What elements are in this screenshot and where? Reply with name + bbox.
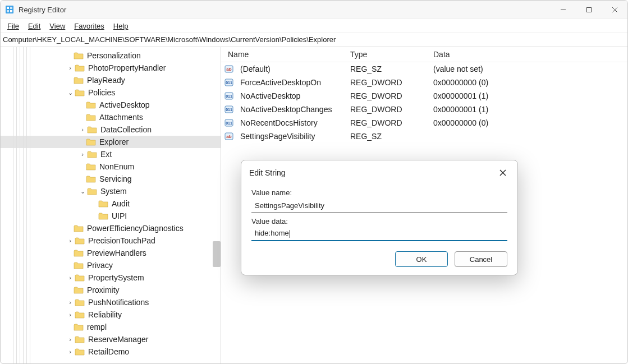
- tree-item[interactable]: Explorer: [1, 136, 221, 148]
- chevron-right-icon[interactable]: ›: [66, 298, 75, 307]
- value-row[interactable]: ab(Default)REG_SZ(value not set): [221, 62, 627, 76]
- tree-item[interactable]: Proximity: [1, 284, 221, 296]
- value-row[interactable]: 011NoActiveDesktopChangesREG_DWORD0x0000…: [221, 103, 627, 116]
- tree-item-label: PowerEfficiencyDiagnostics: [87, 224, 184, 233]
- string-value-icon: ab: [224, 132, 233, 141]
- menu-edit[interactable]: Edit: [24, 21, 45, 31]
- chevron-down-icon[interactable]: ⌄: [66, 88, 75, 97]
- folder-icon: [74, 323, 84, 331]
- folder-icon: [86, 163, 96, 171]
- tree-item-label: Ext: [100, 150, 112, 159]
- svg-text:011: 011: [226, 81, 232, 85]
- tree-item[interactable]: UIPI: [1, 210, 221, 222]
- values-list: ab(Default)REG_SZ(value not set)011Force…: [221, 62, 627, 143]
- tree-item-label: RetailDemo: [88, 347, 129, 356]
- folder-icon: [87, 150, 97, 158]
- chevron-right-icon[interactable]: ›: [78, 150, 87, 159]
- menu-favorites[interactable]: Favorites: [70, 21, 108, 31]
- value-name-label: Value name:: [251, 188, 507, 197]
- folder-icon: [75, 274, 85, 282]
- tree-item[interactable]: Privacy: [1, 259, 221, 271]
- menu-file-label: File: [7, 22, 19, 30]
- binary-value-icon: 011: [224, 91, 233, 100]
- folder-icon: [86, 175, 96, 183]
- tree-item[interactable]: ›ReserveManager: [1, 333, 221, 345]
- menu-favorites-label: Favorites: [74, 22, 104, 30]
- menu-view[interactable]: View: [45, 21, 70, 31]
- tree-item[interactable]: ›PushNotifications: [1, 296, 221, 308]
- chevron-right-icon[interactable]: ›: [66, 236, 75, 245]
- value-data: 0x00000001 (1): [430, 91, 627, 100]
- tree-item-label: Proximity: [87, 285, 120, 294]
- menubar: File Edit View Favorites Help: [1, 19, 627, 33]
- chevron-right-icon[interactable]: ›: [66, 335, 75, 344]
- minimize-button[interactable]: [550, 1, 576, 19]
- tree-item-label: Personalization: [87, 51, 141, 60]
- value-name: SettingsPageVisibility: [237, 132, 347, 141]
- tree-item[interactable]: NonEnum: [1, 160, 221, 173]
- value-type: REG_DWORD: [347, 118, 430, 127]
- tree-item-label: ReserveManager: [88, 335, 148, 344]
- tree-item[interactable]: Audit: [1, 197, 221, 210]
- tree-item[interactable]: Personalization: [1, 49, 221, 62]
- titlebar: Registry Editor: [1, 1, 627, 19]
- tree-item-label: Policies: [88, 88, 115, 97]
- cancel-button[interactable]: Cancel: [455, 251, 507, 267]
- tree-pane[interactable]: Personalization›PhotoPropertyHandlerPlay…: [1, 47, 221, 363]
- value-data: 0x00000000 (0): [430, 118, 627, 127]
- tree-item[interactable]: ›DataCollection: [1, 123, 221, 136]
- tree-item-label: Reliability: [88, 310, 122, 319]
- chevron-down-icon[interactable]: ⌄: [78, 187, 87, 196]
- tree-item[interactable]: ActiveDesktop: [1, 99, 221, 111]
- address-bar[interactable]: Computer\HKEY_LOCAL_MACHINE\SOFTWARE\Mic…: [1, 33, 627, 47]
- tree-item[interactable]: ⌄System: [1, 185, 221, 197]
- value-type: REG_DWORD: [347, 91, 430, 100]
- maximize-button[interactable]: [576, 1, 602, 19]
- tree-item-label: PreviewHandlers: [87, 248, 146, 257]
- ok-button[interactable]: OK: [395, 251, 448, 267]
- folder-icon: [74, 261, 84, 269]
- svg-rect-6: [586, 7, 591, 12]
- tree-item[interactable]: PreviewHandlers: [1, 247, 221, 259]
- value-name-field[interactable]: [251, 199, 507, 213]
- value-row[interactable]: 011NoRecentDocsHistoryREG_DWORD0x0000000…: [221, 116, 627, 130]
- tree-indent-line: [30, 47, 30, 363]
- column-header-name[interactable]: Name: [224, 50, 347, 59]
- chevron-right-icon[interactable]: ›: [66, 347, 75, 356]
- tree-item[interactable]: PowerEfficiencyDiagnostics: [1, 222, 221, 234]
- value-name: NoActiveDesktop: [237, 91, 347, 100]
- tree-item[interactable]: ›Reliability: [1, 308, 221, 321]
- binary-value-icon: 011: [224, 105, 233, 114]
- value-row[interactable]: 011NoActiveDesktopREG_DWORD0x00000001 (1…: [221, 89, 627, 103]
- tree-item[interactable]: rempl: [1, 321, 221, 333]
- edit-string-dialog: Edit String Value name: Value data: hide…: [241, 160, 518, 275]
- tree-item[interactable]: Servicing: [1, 173, 221, 185]
- tree-item[interactable]: ›PrecisionTouchPad: [1, 234, 221, 247]
- tree-item[interactable]: ›Ext: [1, 148, 221, 160]
- tree-item[interactable]: PlayReady: [1, 74, 221, 86]
- value-data-field[interactable]: hide:home: [251, 228, 507, 241]
- chevron-right-icon[interactable]: ›: [66, 63, 75, 72]
- chevron-right-icon[interactable]: ›: [66, 273, 75, 282]
- menu-file[interactable]: File: [3, 21, 24, 31]
- value-row[interactable]: abSettingsPageVisibilityREG_SZ: [221, 130, 627, 143]
- value-row[interactable]: 011ForceActiveDesktopOnREG_DWORD0x000000…: [221, 76, 627, 89]
- column-header-type[interactable]: Type: [347, 50, 430, 59]
- close-button[interactable]: [602, 1, 627, 19]
- tree-item-label: Servicing: [99, 174, 132, 183]
- chevron-right-icon[interactable]: ›: [66, 310, 75, 319]
- tree-scrollbar-thumb[interactable]: [213, 241, 221, 267]
- tree-item-label: Explorer: [99, 137, 129, 146]
- tree-item[interactable]: Attachments: [1, 111, 221, 123]
- tree-item[interactable]: ›RetailDemo: [1, 345, 221, 358]
- value-data: 0x00000000 (0): [430, 78, 627, 87]
- chevron-right-icon[interactable]: ›: [78, 125, 87, 134]
- dialog-close-button[interactable]: [496, 166, 510, 179]
- registry-editor-window: Registry Editor File Edit View Favorites…: [0, 0, 628, 364]
- tree-item[interactable]: ⌄Policies: [1, 86, 221, 99]
- column-header-data[interactable]: Data: [430, 50, 627, 59]
- menu-help[interactable]: Help: [109, 21, 133, 31]
- tree-item[interactable]: ›PhotoPropertyHandler: [1, 62, 221, 74]
- tree-item[interactable]: ›PropertySystem: [1, 271, 221, 284]
- menu-edit-label: Edit: [28, 22, 40, 30]
